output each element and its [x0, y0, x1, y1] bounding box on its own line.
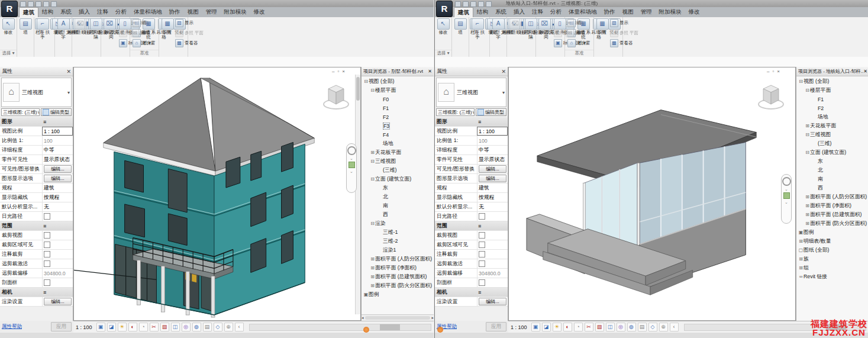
- property-row[interactable]: 相机 ≡ ≡: [435, 288, 508, 297]
- ribbon-tab[interactable]: 分析: [547, 7, 565, 17]
- application-menu-button[interactable]: R: [1, 1, 18, 17]
- temporary-hide-isolate-icon[interactable]: ◎: [182, 323, 191, 331]
- property-row[interactable]: 相机 ≡ ≡: [0, 288, 73, 297]
- navigation-bar[interactable]: ⌄ ⌄: [346, 143, 357, 193]
- ribbon-button[interactable]: A 模型 文字: [491, 18, 506, 57]
- visual-style-icon[interactable]: ▣: [96, 323, 105, 331]
- tree-item[interactable]: 南: [796, 175, 868, 184]
- rendering-dialog-icon[interactable]: ◔: [139, 323, 148, 331]
- crop-view-icon[interactable]: ✂: [585, 323, 593, 331]
- ribbon-button[interactable]: ▱ 参照 平面: [610, 28, 637, 38]
- property-row[interactable]: 图形 ≡ ≡: [0, 117, 73, 127]
- property-row[interactable]: 视图比例 1 : 100 1 : 100: [0, 127, 73, 136]
- ribbon-button[interactable]: ⌐ 栏杆 扶手: [35, 18, 50, 57]
- property-row[interactable]: 裁剪区域可见: [435, 240, 508, 250]
- ribbon-button[interactable]: ▱ 参照 平面: [175, 28, 202, 38]
- ribbon-tab[interactable]: 管理: [202, 7, 221, 17]
- tree-item[interactable]: ⊞ 面积平面 (防火分区面积): [362, 281, 434, 290]
- ribbon-button[interactable]: ▧ 显示: [175, 18, 202, 28]
- crop-region-icon[interactable]: ▧: [160, 323, 169, 331]
- ribbon-button[interactable]: ⌐ 栏杆 扶手: [470, 18, 485, 57]
- tree-expander-icon[interactable]: ⊟: [805, 150, 810, 155]
- property-row[interactable]: 注释裁剪: [435, 250, 508, 259]
- tree-expander-icon[interactable]: ⊞: [798, 265, 804, 271]
- property-row[interactable]: 默认分析显示... 无 无: [0, 202, 73, 212]
- scale-control[interactable]: 1 : 100: [76, 324, 92, 330]
- property-row[interactable]: 规程 建筑 建筑: [0, 184, 73, 193]
- chevron-down-icon[interactable]: ⌄: [350, 157, 353, 160]
- temporary-view-properties-icon[interactable]: ▤: [203, 323, 212, 331]
- ribbon-button[interactable]: ▦ 设置: [595, 18, 610, 57]
- crop-region-icon[interactable]: ▧: [595, 323, 604, 331]
- close-icon[interactable]: ✕: [863, 69, 867, 74]
- property-row[interactable]: 远剪裁激活: [435, 259, 508, 269]
- tree-item[interactable]: 东: [796, 157, 868, 166]
- ribbon-tab[interactable]: 插入: [75, 7, 93, 17]
- ribbon-button[interactable]: ⊞ 轴网: [566, 28, 593, 38]
- tree-item[interactable]: ⊟ 楼层平面: [796, 86, 868, 95]
- ribbon-button[interactable]: ⌧ 房间: [508, 18, 523, 57]
- property-row[interactable]: 范围 ≡ ≡: [435, 221, 508, 231]
- tree-item[interactable]: ▣ 图例: [362, 290, 434, 299]
- property-row[interactable]: 零件可见性 显示原状态 显示原状态: [435, 155, 508, 165]
- tree-item[interactable]: 渲染1: [362, 246, 434, 255]
- tree-item[interactable]: ▣ 图例: [796, 228, 868, 237]
- reveal-constraints-icon[interactable]: ◇: [648, 323, 657, 331]
- property-row[interactable]: 图形显示选项 编辑... 编辑...: [0, 174, 73, 184]
- ribbon-tab[interactable]: 分析: [112, 7, 130, 17]
- tree-expander-icon[interactable]: ∞: [798, 274, 804, 279]
- ribbon-tab[interactable]: 建筑: [19, 7, 38, 17]
- ribbon-tab[interactable]: 管理: [637, 7, 656, 17]
- ribbon-button[interactable]: ⇤ 标高: [131, 18, 158, 28]
- tree-item[interactable]: F2: [362, 112, 434, 121]
- ribbon-tab[interactable]: 修改: [250, 7, 269, 17]
- drawing-area-subway-entrance[interactable]: – ▫ × ⌄ ⌄: [508, 67, 796, 321]
- type-selector-dropdown[interactable]: 三维视图: (三维)∨: [436, 108, 475, 116]
- reveal-constraints-icon[interactable]: ◇: [214, 323, 222, 331]
- navigation-bar[interactable]: ⌄ ⌄: [781, 174, 792, 224]
- property-row[interactable]: 渲染设置 编辑... 编辑...: [435, 297, 508, 307]
- tree-item[interactable]: ⊟ 三维视图: [796, 130, 868, 139]
- ribbon-group-label[interactable]: 基准: [130, 50, 159, 57]
- rendering-dialog-icon[interactable]: ◔: [574, 323, 583, 331]
- detail-level-icon[interactable]: ◪: [107, 323, 116, 331]
- tree-item[interactable]: 北: [796, 166, 868, 175]
- lock-3d-view-icon[interactable]: ◫: [606, 323, 615, 331]
- ribbon-tab[interactable]: 系统: [57, 7, 75, 17]
- ribbon-tab[interactable]: 视图: [184, 7, 202, 17]
- tree-expander-icon[interactable]: ⊞: [370, 256, 375, 262]
- ribbon-tab[interactable]: 附加模块: [221, 7, 250, 17]
- tree-item[interactable]: ⊞ 面积平面 (人防分区面积): [362, 255, 434, 263]
- tree-expander-icon[interactable]: ⊟: [370, 88, 375, 93]
- tree-expander-icon[interactable]: ⊞: [370, 150, 375, 155]
- close-icon[interactable]: ✕: [66, 69, 71, 75]
- application-menu-button[interactable]: R: [436, 1, 453, 17]
- property-row[interactable]: 显示隐藏线 按规程 按规程: [0, 193, 73, 202]
- type-selector-dropdown[interactable]: 三维视图: (三维)∨: [1, 108, 40, 116]
- ribbon-tab[interactable]: 体量和场地: [565, 7, 601, 17]
- tree-item[interactable]: ⊞ 面积平面 (防火分区面积): [796, 219, 868, 228]
- property-row[interactable]: 显示隐藏线 按规程 按规程: [435, 193, 508, 202]
- tree-item[interactable]: F1: [362, 104, 434, 112]
- close-icon[interactable]: ✕: [428, 69, 432, 74]
- tree-item[interactable]: F1: [796, 95, 868, 104]
- view-cube[interactable]: [322, 81, 350, 111]
- tree-expander-icon[interactable]: ⊟: [798, 79, 804, 84]
- reveal-hidden-elements-icon[interactable]: ◍: [192, 323, 201, 331]
- view-window-controls[interactable]: – ▫ ×: [332, 69, 345, 74]
- lock-3d-view-icon[interactable]: ◫: [171, 323, 180, 331]
- tree-expander-icon[interactable]: ⊞: [805, 212, 810, 217]
- property-row[interactable]: 零件可见性 显示原状态 显示原状态: [0, 155, 73, 165]
- tree-expander-icon[interactable]: ⊟: [805, 88, 810, 93]
- tree-expander-icon[interactable]: ⊟: [370, 159, 375, 164]
- ribbon-button[interactable]: A 模型 文字: [56, 18, 71, 57]
- tree-item[interactable]: 三维-1: [362, 228, 434, 237]
- tree-item[interactable]: 南: [362, 201, 434, 210]
- tree-item[interactable]: ⊟ 立面 (建筑立面): [362, 175, 434, 184]
- ribbon-tab[interactable]: 附加模块: [656, 7, 685, 17]
- ribbon-button[interactable]: ⊞ 轴网: [131, 28, 158, 38]
- ribbon-tab[interactable]: 体量和场地: [130, 7, 166, 17]
- tree-expander-icon[interactable]: ▣: [798, 230, 804, 235]
- tree-item[interactable]: ▢ 图纸 (全部): [796, 246, 868, 255]
- tree-expander-icon[interactable]: ▢: [798, 247, 804, 253]
